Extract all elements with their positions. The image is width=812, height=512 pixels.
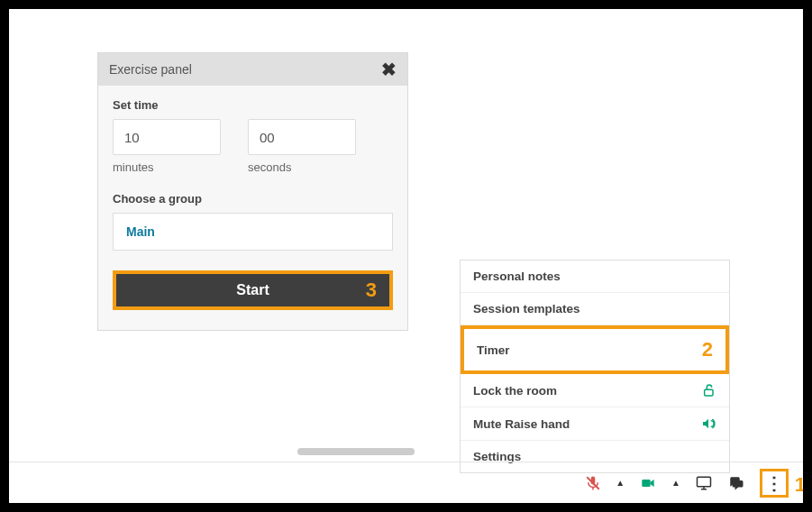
set-time-label: Set time: [113, 98, 393, 112]
minutes-col: minutes: [113, 119, 221, 174]
seconds-input[interactable]: [248, 119, 356, 155]
screen-share-icon[interactable]: [695, 475, 713, 491]
camera-icon[interactable]: [639, 476, 657, 490]
seconds-col: seconds: [248, 119, 356, 174]
panel-header: Exercise panel ✖: [98, 53, 407, 86]
seconds-label: seconds: [248, 160, 356, 174]
menu-lock-room[interactable]: Lock the room: [461, 374, 729, 407]
group-select[interactable]: Main: [113, 213, 393, 251]
menu-item-label: Personal notes: [473, 270, 561, 283]
more-menu: Personal notes Session templates Timer 2…: [460, 260, 730, 473]
menu-item-label: Mute Raise hand: [473, 417, 570, 431]
menu-timer[interactable]: Timer 2: [461, 325, 729, 374]
panel-body: Set time minutes seconds Choose a group …: [98, 86, 407, 330]
camera-caret-icon[interactable]: ▲: [671, 478, 680, 488]
annotation-3: 3: [366, 279, 377, 302]
mic-caret-icon[interactable]: ▲: [616, 478, 625, 488]
minutes-label: minutes: [113, 160, 221, 174]
menu-personal-notes[interactable]: Personal notes: [461, 261, 729, 293]
more-button[interactable]: ⋮ 1: [760, 469, 789, 498]
start-button[interactable]: Start 3: [113, 270, 393, 310]
time-row: minutes seconds: [113, 119, 393, 174]
annotation-1: 1: [795, 473, 806, 497]
menu-item-label: Timer: [477, 343, 510, 357]
minutes-input[interactable]: [113, 119, 221, 155]
menu-session-templates[interactable]: Session templates: [461, 293, 729, 325]
svg-rect-3: [642, 480, 650, 487]
app-frame: Exercise panel ✖ Set time minutes second…: [0, 0, 812, 512]
close-icon[interactable]: ✖: [381, 60, 397, 78]
menu-item-label: Lock the room: [473, 384, 557, 398]
svg-rect-0: [705, 389, 713, 396]
volume-icon: [700, 416, 716, 431]
start-button-label: Start: [236, 282, 269, 298]
unlock-icon: [702, 383, 716, 398]
horizontal-scrollbar[interactable]: [297, 448, 415, 455]
group-label: Choose a group: [113, 192, 393, 206]
exercise-panel: Exercise panel ✖ Set time minutes second…: [97, 52, 408, 331]
panel-title: Exercise panel: [109, 62, 192, 77]
chat-icon[interactable]: [727, 475, 745, 491]
more-icon: ⋮: [765, 472, 783, 494]
svg-rect-4: [698, 477, 711, 487]
bottom-toolbar: ▲ ▲ ⋮ 1: [9, 462, 803, 503]
mic-off-icon[interactable]: [585, 475, 601, 491]
menu-mute-raise-hand[interactable]: Mute Raise hand: [461, 407, 729, 441]
annotation-2: 2: [702, 338, 713, 361]
menu-item-label: Session templates: [473, 302, 580, 315]
